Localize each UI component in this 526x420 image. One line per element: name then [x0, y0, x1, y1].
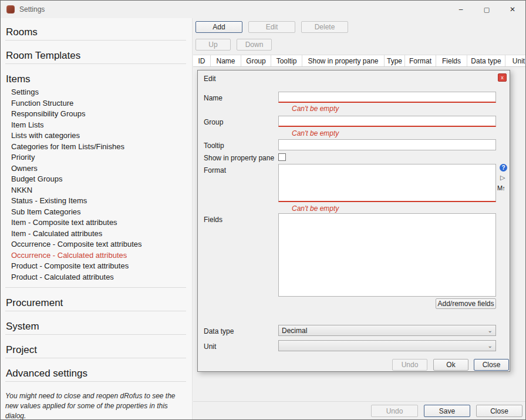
edit-dialog-title: Edit	[204, 75, 216, 83]
sidebar-item-nkkn[interactable]: NKKN	[5, 185, 187, 196]
add-button[interactable]: Add	[195, 21, 242, 33]
sidebar-item-item-calculated-attributes[interactable]: Item - Calculated attributes	[5, 229, 187, 240]
sidebar-item-occurrence-calculated-attributes[interactable]: Occurrence - Calculated attributes	[5, 250, 187, 261]
app-logo-icon	[6, 5, 15, 14]
nav-section-procurement[interactable]: Procurement	[6, 297, 187, 309]
nav-section-rooms[interactable]: Rooms	[6, 26, 187, 38]
settings-window: Settings – ▢ ✕ Rooms Room Templates Item…	[0, 0, 526, 420]
separator	[5, 40, 186, 41]
sidebar-item-settings[interactable]: Settings	[5, 87, 187, 98]
sidebar-item-lists-with-categories[interactable]: Lists with categories	[5, 130, 187, 142]
edit-dialog: Edit x Name Can't be empty Group Can't b…	[197, 70, 510, 372]
nav-section-advanced-settings[interactable]: Advanced settings	[6, 368, 187, 379]
sidebar-item-product-composite-text-attributes[interactable]: Product - Composite text attributes	[5, 261, 187, 272]
dialog-close-icon[interactable]: x	[498, 73, 507, 82]
sidebar-item-owners[interactable]: Owners	[5, 163, 187, 174]
nav-section-system[interactable]: System	[6, 321, 187, 332]
name-field[interactable]	[278, 92, 496, 103]
separator	[5, 381, 186, 382]
sidebar-item-status-existing-items[interactable]: Status - Existing Items	[5, 196, 187, 207]
attributes-table-header: ID Name Group Tooltip Show in property p…	[193, 55, 526, 67]
sidebar-item-responsibility-groups[interactable]: Responsibility Groups	[5, 109, 187, 120]
separator	[5, 358, 186, 358]
column-header-show-in-property-pane[interactable]: Show in property pane	[302, 55, 385, 66]
footer-save-button[interactable]: Save	[424, 405, 470, 417]
data-type-select[interactable]: Decimal ⌄	[278, 325, 496, 336]
tooltip-field[interactable]	[278, 139, 496, 150]
separator	[5, 63, 186, 64]
maximize-button[interactable]: ▢	[474, 1, 500, 18]
data-type-selected-value: Decimal	[282, 327, 307, 335]
nav-section-project[interactable]: Project	[6, 344, 187, 356]
sidebar-item-item-lists[interactable]: Item Lists	[5, 120, 187, 131]
column-header-data-type[interactable]: Data type	[467, 55, 505, 66]
unit-label: Unit	[204, 342, 216, 351]
sidebar-item-function-structure[interactable]: Function Structure	[5, 98, 187, 109]
nav-section-room-templates[interactable]: Room Templates	[6, 50, 187, 62]
minimize-button[interactable]: –	[448, 1, 474, 18]
window-title: Settings	[19, 5, 45, 14]
separator	[5, 334, 186, 335]
column-header-type[interactable]: Type	[385, 55, 405, 66]
format-validation-error: Can't be empty	[292, 204, 339, 213]
settings-nav-sidebar: Rooms Room Templates Items Settings Func…	[1, 18, 193, 419]
restart-note: You might need to close and reopen dRofu…	[5, 391, 187, 419]
column-header-group[interactable]: Group	[241, 55, 271, 66]
name-label: Name	[204, 94, 222, 102]
data-type-label: Data type	[204, 327, 234, 335]
up-button[interactable]: Up	[195, 39, 231, 51]
group-validation-error: Can't be empty	[292, 129, 339, 137]
nav-section-items[interactable]: Items	[6, 73, 187, 85]
fields-label: Fields	[204, 216, 222, 224]
show-in-property-pane-checkbox[interactable]	[278, 153, 286, 161]
show-in-property-pane-label: Show in property pane	[204, 154, 274, 162]
fields-textarea[interactable]	[278, 213, 496, 297]
help-icon[interactable]: ?	[500, 164, 507, 172]
column-header-fields[interactable]: Fields	[436, 55, 467, 66]
down-button[interactable]: Down	[237, 39, 272, 51]
sidebar-item-priority[interactable]: Priority	[5, 152, 187, 163]
tooltip-label: Tooltip	[204, 142, 224, 150]
chevron-down-icon: ⌄	[488, 328, 493, 334]
column-header-unit[interactable]: Unit	[505, 55, 526, 66]
chevron-down-icon: ⌄	[488, 343, 493, 349]
move-up-icon[interactable]: M↑	[497, 184, 505, 191]
sidebar-item-sub-item-categories[interactable]: Sub Item Categories	[5, 207, 187, 218]
name-validation-error: Can't be empty	[292, 105, 339, 113]
column-header-id[interactable]: ID	[193, 55, 211, 66]
separator	[5, 287, 186, 288]
group-field[interactable]	[278, 116, 496, 127]
delete-button[interactable]: Delete	[301, 21, 348, 33]
footer-close-button[interactable]: Close	[476, 405, 522, 417]
edit-button[interactable]: Edit	[248, 21, 295, 33]
items-subsection-list: Settings Function Structure Responsibili…	[5, 87, 187, 283]
sidebar-item-budget-groups[interactable]: Budget Groups	[5, 174, 187, 185]
group-label: Group	[204, 118, 223, 126]
window-controls: – ▢ ✕	[448, 1, 525, 18]
dialog-ok-button[interactable]: Ok	[433, 359, 468, 371]
close-button[interactable]: ✕	[500, 1, 525, 18]
separator	[193, 401, 525, 402]
sidebar-item-occurrence-composite-text-attributes[interactable]: Occurrence - Composite text attributes	[5, 239, 187, 250]
column-header-name[interactable]: Name	[211, 55, 241, 66]
column-header-format[interactable]: Format	[405, 55, 436, 66]
expand-arrow-icon[interactable]: ▷	[500, 174, 505, 182]
sidebar-item-item-composite-text-attributes[interactable]: Item - Composite text attributes	[5, 217, 187, 229]
add-remove-fields-button[interactable]: Add/remove fields	[436, 298, 496, 309]
format-textarea[interactable]	[278, 164, 496, 202]
dialog-undo-button[interactable]: Undo	[392, 359, 427, 371]
footer-undo-button[interactable]: Undo	[371, 405, 418, 417]
format-label: Format	[204, 166, 226, 174]
separator	[5, 311, 186, 311]
dialog-close-button[interactable]: Close	[474, 359, 509, 371]
title-bar: Settings – ▢ ✕	[1, 1, 525, 18]
sidebar-item-product-calculated-attributes[interactable]: Product - Calculated attributes	[5, 272, 187, 283]
sidebar-item-categories-for-item-lists-finishes[interactable]: Categories for Item Lists/Finishes	[5, 142, 187, 153]
column-header-tooltip[interactable]: Tooltip	[271, 55, 302, 66]
unit-select[interactable]: ⌄	[278, 340, 496, 351]
